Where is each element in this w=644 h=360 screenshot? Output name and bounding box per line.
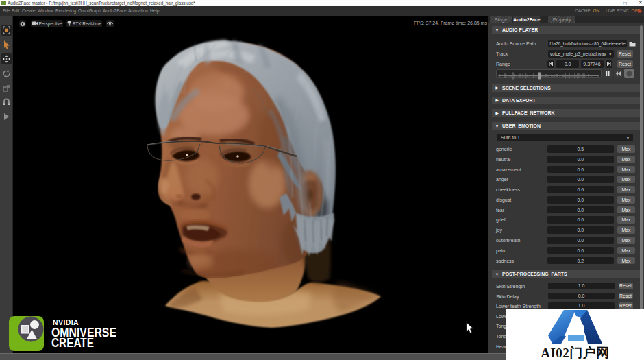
svg-text:CREATE: CREATE [51, 336, 94, 350]
